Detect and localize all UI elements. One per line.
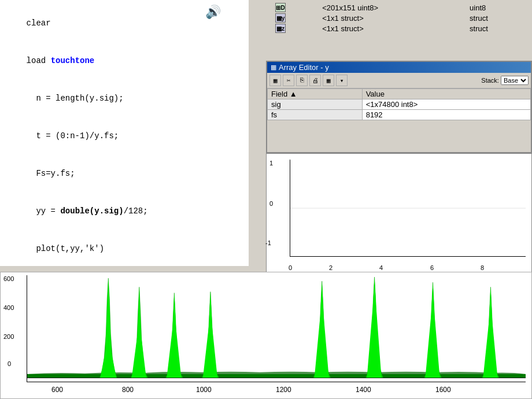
ae-print-btn[interactable]: 🖨	[309, 75, 321, 86]
code-line-4: t = (0:n-1)/y.fs;	[7, 117, 242, 155]
workspace-row-z: ▦z <1x1 struct> struct	[271, 23, 527, 34]
ae-arrow-btn[interactable]: ▾	[336, 75, 348, 86]
ae-col-value: Value	[362, 89, 530, 99]
code-line-6: yy = double(y.sig)/128;	[7, 193, 242, 230]
spectrum-xlabel-800: 800	[122, 386, 134, 394]
workspace-row-D: ⊞D <201x151 uint8> uint8	[271, 2, 527, 13]
workspace-table: ⊞D <201x151 uint8> uint8 ▦y <1x1 struct>…	[271, 2, 527, 34]
spectrum-ylabel-600: 600	[3, 275, 14, 282]
waveform-xlabel-6: 6	[430, 264, 434, 271]
ae-stack-select[interactable]: Base	[501, 76, 529, 85]
ae-col-field: Field ▲	[268, 89, 363, 99]
var-icon-z[interactable]: ▦z	[275, 24, 286, 33]
code-line-3: n = length(y.sig);	[7, 80, 242, 117]
code-line-5: Fs=y.fs;	[7, 155, 242, 193]
workspace-row-y: ▦y <1x1 struct> struct	[271, 13, 527, 23]
ae-cut-btn[interactable]: ✂	[283, 75, 294, 86]
speaker-icon: 🔊	[205, 5, 221, 20]
code-panel: clear load touchtone n = length(y.sig); …	[0, 0, 249, 266]
ae-new-btn[interactable]: ▦	[269, 75, 281, 86]
ae-row-fs: fs 8192	[268, 110, 531, 120]
spectrum-xlabel-1000: 1000	[196, 386, 212, 394]
spectrum-ylabel-0: 0	[8, 360, 11, 367]
waveform-ylabel-1: 1	[269, 160, 273, 167]
spectrum-plot: 600 400 200 0	[0, 272, 532, 399]
workspace-panel: ⊞D <201x151 uint8> uint8 ▦y <1x1 struct>…	[266, 0, 532, 64]
array-editor-table: Field ▲ Value sig <1x74800 int8> fs 8192	[267, 88, 531, 120]
array-editor-icon: ▦	[271, 64, 276, 71]
ae-toolbar: ▦ ✂ ⎘ 🖨 ▦ ▾ Stack: Base	[267, 73, 531, 88]
spectrum-xlabel-1400: 1400	[356, 386, 371, 394]
waveform-ylabel-n1: -1	[265, 239, 271, 246]
var-icon-D[interactable]: ⊞D	[275, 3, 286, 12]
spectrum-xlabel-1200: 1200	[276, 386, 291, 394]
code-line-7: plot(t,yy,'k')	[7, 230, 242, 268]
ae-extra-btn[interactable]: ▦	[323, 75, 334, 86]
spectrum-axes	[27, 275, 526, 382]
waveform-ylabel-0: 0	[269, 200, 273, 207]
spectrum-xlabel-1600: 1600	[435, 386, 451, 394]
code-line-2: load touchtone	[7, 42, 242, 80]
waveform-xlabel-4: 4	[379, 264, 383, 271]
waveform-axes	[290, 160, 526, 257]
waveform-xlabel-0: 0	[289, 264, 292, 271]
spectrum-ylabel-200: 200	[3, 333, 14, 340]
waveform-xlabel-8: 8	[481, 264, 484, 271]
waveform-xlabel-2: 2	[329, 264, 332, 271]
array-editor-title: ▦ Array Editor - y	[267, 62, 531, 73]
spectrum-ylabel-400: 400	[3, 304, 14, 311]
spectrum-xlabel-600: 600	[51, 386, 63, 394]
ae-copy-btn[interactable]: ⎘	[296, 75, 308, 86]
array-editor: ▦ Array Editor - y ▦ ✂ ⎘ 🖨 ▦ ▾ Stack: Ba…	[266, 61, 532, 153]
waveform-plot: 1 0 -1 // This will be drawn inline as p…	[266, 153, 532, 275]
var-icon-y[interactable]: ▦y	[275, 13, 286, 23]
ae-row-sig: sig <1x74800 int8>	[268, 99, 531, 110]
